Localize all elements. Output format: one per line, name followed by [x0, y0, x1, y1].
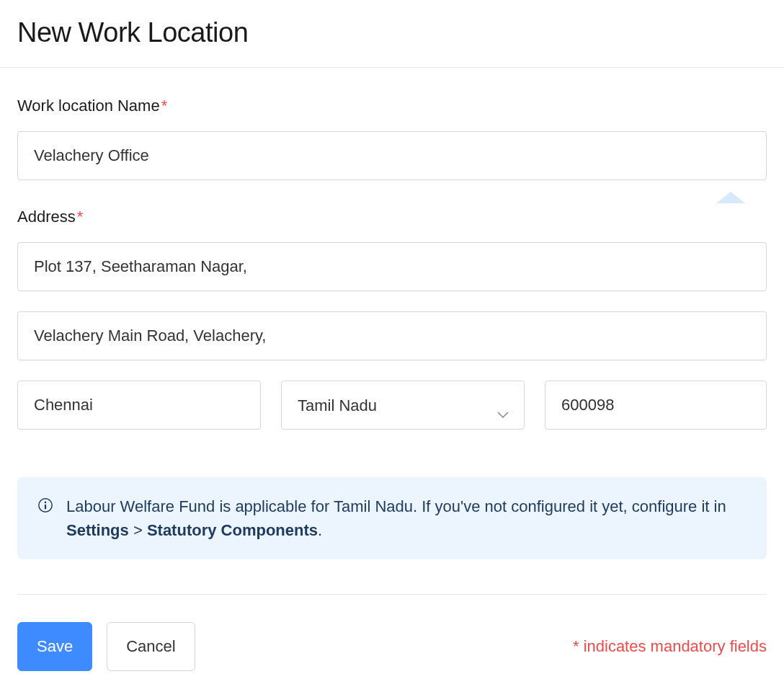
- zip-input[interactable]: [545, 381, 767, 430]
- footer-divider: [17, 594, 767, 595]
- address-label: Address*: [17, 208, 767, 226]
- address-line1-input[interactable]: [17, 242, 767, 291]
- info-text-statutory: Statutory Components: [147, 521, 318, 539]
- work-location-name-input[interactable]: [17, 131, 767, 180]
- hint-triangle-icon: [716, 192, 745, 203]
- mandatory-note: * indicates mandatory fields: [573, 637, 767, 656]
- info-text-settings: Settings: [66, 521, 129, 539]
- header-divider: [0, 67, 784, 68]
- work-location-name-field: Work location Name*: [17, 97, 767, 180]
- work-location-name-label: Work location Name*: [17, 97, 767, 115]
- address-line2-input[interactable]: [17, 311, 767, 360]
- page-title: New Work Location: [17, 17, 767, 48]
- info-icon: [37, 497, 53, 513]
- required-asterisk: *: [77, 208, 84, 226]
- cancel-button[interactable]: Cancel: [107, 622, 195, 671]
- address-field: Address* Tamil Nadu: [17, 208, 767, 450]
- work-location-name-label-text: Work location Name: [17, 97, 160, 115]
- svg-point-1: [45, 502, 47, 504]
- info-text-prefix: Labour Welfare Fund is applicable for Ta…: [66, 497, 726, 515]
- address-label-text: Address: [17, 208, 76, 226]
- info-text-sep: >: [129, 521, 147, 539]
- footer-row: Save Cancel * indicates mandatory fields: [17, 622, 767, 671]
- info-text-suffix: .: [318, 521, 322, 539]
- required-asterisk: *: [161, 97, 168, 115]
- info-text: Labour Welfare Fund is applicable for Ta…: [66, 494, 747, 542]
- state-select[interactable]: Tamil Nadu: [281, 381, 525, 430]
- info-banner: Labour Welfare Fund is applicable for Ta…: [17, 477, 767, 559]
- city-input[interactable]: [17, 381, 261, 430]
- save-button[interactable]: Save: [17, 622, 92, 671]
- svg-rect-2: [45, 505, 46, 510]
